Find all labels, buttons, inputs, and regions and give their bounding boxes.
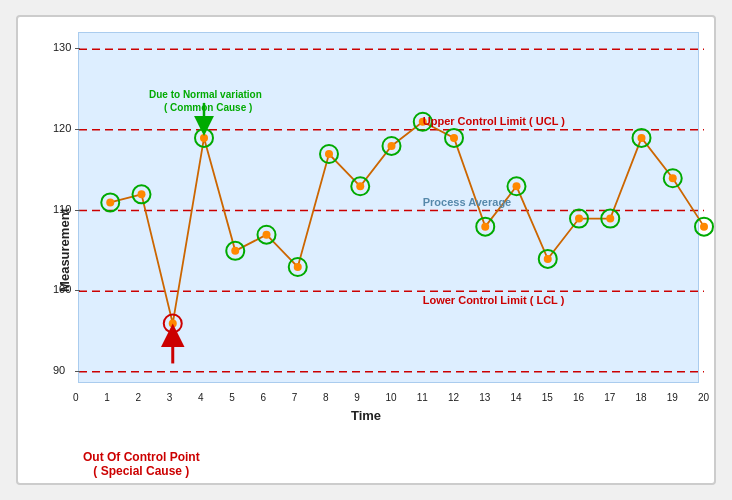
x-tick-label: 0 — [73, 392, 79, 403]
x-tick-label: 20 — [698, 392, 709, 403]
chart-area: Upper Control Limit ( UCL )Lower Control… — [78, 32, 699, 383]
svg-point-23 — [388, 142, 396, 150]
x-tick-label: 17 — [604, 392, 615, 403]
svg-point-15 — [263, 231, 271, 239]
x-tick-label: 8 — [323, 392, 329, 403]
svg-point-5 — [106, 198, 114, 206]
x-tick-label: 16 — [573, 392, 584, 403]
y-tick-label: 100 — [53, 283, 71, 295]
svg-text:Process Average: Process Average — [423, 196, 511, 208]
svg-text:Upper Control Limit ( UCL ): Upper Control Limit ( UCL ) — [423, 115, 566, 127]
out-of-control-label: Out Of Control Point — [83, 450, 200, 464]
x-tick-label: 3 — [167, 392, 173, 403]
out-of-control-sub: ( Special Cause ) — [93, 464, 189, 478]
x-tick-label: 5 — [229, 392, 235, 403]
x-tick-label: 2 — [136, 392, 142, 403]
chart-svg: Upper Control Limit ( UCL )Lower Control… — [79, 33, 698, 382]
x-tick-label: 15 — [542, 392, 553, 403]
x-tick-label: 18 — [636, 392, 647, 403]
x-tick-label: 6 — [261, 392, 267, 403]
x-axis-label: Time — [351, 408, 381, 423]
svg-point-41 — [669, 174, 677, 182]
x-tick-label: 19 — [667, 392, 678, 403]
x-tick-label: 11 — [417, 392, 428, 403]
svg-point-11 — [200, 134, 208, 142]
svg-point-21 — [356, 182, 364, 190]
x-tick-label: 13 — [479, 392, 490, 403]
x-tick-label: 1 — [104, 392, 110, 403]
y-axis-label: Measurement — [57, 208, 72, 292]
svg-point-27 — [450, 134, 458, 142]
y-tick-label: 120 — [53, 122, 71, 134]
x-tick-label: 9 — [354, 392, 360, 403]
svg-point-35 — [575, 215, 583, 223]
x-tick-label: 4 — [198, 392, 204, 403]
y-tick-label: 110 — [53, 203, 71, 215]
x-tick-label: 12 — [448, 392, 459, 403]
svg-point-17 — [294, 263, 302, 271]
y-tick-label: 130 — [53, 41, 71, 53]
svg-text:Due to Normal variation: Due to Normal variation — [149, 89, 262, 100]
svg-point-37 — [606, 215, 614, 223]
svg-point-13 — [231, 247, 239, 255]
x-tick-label: 7 — [292, 392, 298, 403]
svg-text:( Common Cause ): ( Common Cause ) — [164, 102, 252, 113]
chart-container: Measurement Upper Control Limit ( UCL )L… — [16, 15, 716, 485]
svg-point-9 — [169, 319, 177, 327]
svg-point-19 — [325, 150, 333, 158]
svg-point-33 — [544, 255, 552, 263]
svg-point-29 — [481, 223, 489, 231]
svg-point-39 — [638, 134, 646, 142]
x-tick-label: 14 — [511, 392, 522, 403]
svg-point-7 — [138, 190, 146, 198]
x-tick-label: 10 — [386, 392, 397, 403]
svg-text:Lower Control Limit ( LCL ): Lower Control Limit ( LCL ) — [423, 294, 565, 306]
y-tick-label: 90 — [53, 364, 65, 376]
svg-point-43 — [700, 223, 708, 231]
svg-point-31 — [513, 182, 521, 190]
